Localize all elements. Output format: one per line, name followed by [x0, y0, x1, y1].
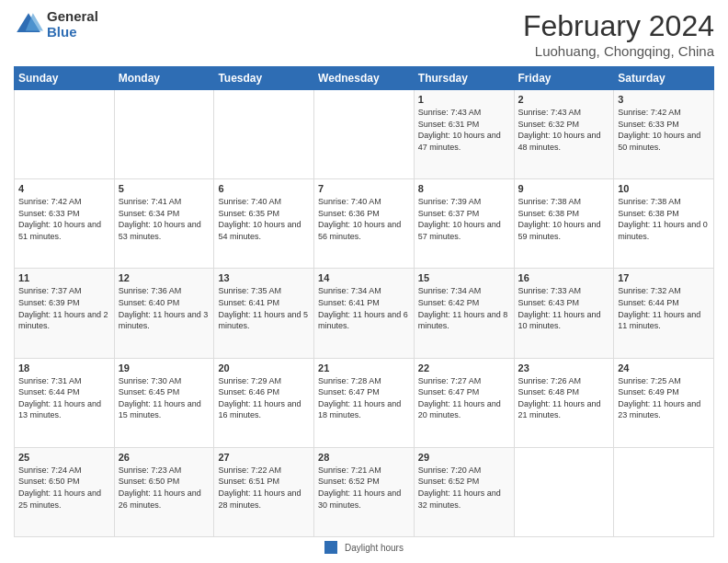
day-number: 23 — [518, 362, 610, 373]
daylight: Daylight: 10 hours and 54 minutes. — [218, 220, 301, 241]
sunrise: Sunrise: 7:28 AM — [318, 376, 381, 385]
footer: Daylight hours — [14, 541, 714, 554]
sunrise: Sunrise: 7:35 AM — [218, 286, 281, 295]
calendar-cell: 7 Sunrise: 7:40 AM Sunset: 6:36 PM Dayli… — [314, 179, 415, 269]
sunset: Sunset: 6:36 PM — [318, 209, 380, 218]
calendar-cell — [614, 447, 714, 536]
day-info: Sunrise: 7:22 AM Sunset: 6:51 PM Dayligh… — [218, 465, 310, 511]
day-number: 24 — [618, 362, 710, 373]
daylight: Daylight: 11 hours and 26 minutes. — [119, 488, 201, 510]
calendar-week-row: 25 Sunrise: 7:24 AM Sunset: 6:50 PM Dayl… — [15, 447, 714, 536]
sunrise: Sunrise: 7:39 AM — [418, 197, 482, 206]
calendar-cell: 28 Sunrise: 7:21 AM Sunset: 6:52 PM Dayl… — [314, 447, 415, 536]
day-info: Sunrise: 7:23 AM Sunset: 6:50 PM Dayligh… — [119, 465, 210, 511]
day-info: Sunrise: 7:43 AM Sunset: 6:31 PM Dayligh… — [418, 107, 510, 153]
day-number: 29 — [418, 452, 510, 463]
daylight: Daylight: 10 hours and 51 minutes. — [18, 220, 101, 241]
calendar-cell: 16 Sunrise: 7:33 AM Sunset: 6:43 PM Dayl… — [514, 269, 614, 358]
calendar-cell: 12 Sunrise: 7:36 AM Sunset: 6:40 PM Dayl… — [114, 269, 214, 358]
day-info: Sunrise: 7:27 AM Sunset: 6:47 PM Dayligh… — [418, 375, 510, 421]
sunrise: Sunrise: 7:38 AM — [518, 197, 582, 206]
daylight: Daylight: 10 hours and 59 minutes. — [518, 220, 601, 241]
calendar-cell: 4 Sunrise: 7:42 AM Sunset: 6:33 PM Dayli… — [15, 179, 115, 269]
sunset: Sunset: 6:51 PM — [218, 477, 279, 486]
day-info: Sunrise: 7:32 AM Sunset: 6:44 PM Dayligh… — [618, 285, 710, 331]
day-number: 27 — [218, 452, 310, 463]
calendar-cell: 29 Sunrise: 7:20 AM Sunset: 6:52 PM Dayl… — [414, 447, 514, 536]
sunrise: Sunrise: 7:42 AM — [618, 108, 681, 117]
calendar-cell — [214, 90, 314, 179]
day-number: 19 — [119, 362, 210, 373]
sunrise: Sunrise: 7:29 AM — [218, 376, 281, 385]
logo-general: General — [47, 9, 98, 25]
calendar-cell — [114, 90, 214, 179]
daylight: Daylight: 11 hours and 5 minutes. — [218, 310, 308, 331]
sunset: Sunset: 6:47 PM — [318, 387, 380, 396]
day-info: Sunrise: 7:33 AM Sunset: 6:43 PM Dayligh… — [518, 285, 610, 331]
calendar-cell — [514, 447, 614, 536]
sunrise: Sunrise: 7:32 AM — [618, 286, 681, 295]
calendar-cell: 26 Sunrise: 7:23 AM Sunset: 6:50 PM Dayl… — [114, 447, 214, 536]
calendar-cell: 27 Sunrise: 7:22 AM Sunset: 6:51 PM Dayl… — [214, 447, 314, 536]
sunrise: Sunrise: 7:41 AM — [119, 197, 182, 206]
logo-icon — [14, 10, 43, 40]
day-of-week-header: Tuesday — [214, 67, 314, 90]
daylight: Daylight: 11 hours and 0 minutes. — [618, 220, 708, 241]
day-number: 2 — [518, 94, 610, 105]
daylight: Daylight: 11 hours and 3 minutes. — [119, 310, 209, 331]
calendar-cell: 20 Sunrise: 7:29 AM Sunset: 6:46 PM Dayl… — [214, 358, 314, 447]
sunset: Sunset: 6:46 PM — [218, 387, 279, 396]
calendar-week-row: 4 Sunrise: 7:42 AM Sunset: 6:33 PM Dayli… — [15, 179, 714, 269]
sunrise: Sunrise: 7:27 AM — [418, 376, 482, 385]
sunset: Sunset: 6:37 PM — [418, 209, 480, 218]
day-of-week-header: Sunday — [15, 67, 115, 90]
day-info: Sunrise: 7:36 AM Sunset: 6:40 PM Dayligh… — [119, 285, 210, 331]
sunset: Sunset: 6:38 PM — [618, 209, 679, 218]
day-info: Sunrise: 7:30 AM Sunset: 6:45 PM Dayligh… — [119, 375, 210, 421]
day-number: 14 — [318, 272, 410, 283]
daylight: Daylight: 11 hours and 28 minutes. — [218, 488, 301, 510]
calendar-cell: 13 Sunrise: 7:35 AM Sunset: 6:41 PM Dayl… — [214, 269, 314, 358]
calendar-cell: 9 Sunrise: 7:38 AM Sunset: 6:38 PM Dayli… — [514, 179, 614, 269]
sunrise: Sunrise: 7:30 AM — [119, 376, 182, 385]
day-number: 22 — [418, 362, 510, 373]
calendar-cell: 1 Sunrise: 7:43 AM Sunset: 6:31 PM Dayli… — [414, 90, 514, 179]
sunrise: Sunrise: 7:40 AM — [218, 197, 281, 206]
sunset: Sunset: 6:33 PM — [18, 209, 80, 218]
sunset: Sunset: 6:38 PM — [518, 209, 580, 218]
sunrise: Sunrise: 7:42 AM — [18, 197, 82, 206]
day-info: Sunrise: 7:26 AM Sunset: 6:48 PM Dayligh… — [518, 375, 610, 421]
day-number: 4 — [18, 183, 110, 194]
sunset: Sunset: 6:50 PM — [18, 477, 80, 486]
logo-blue: Blue — [47, 25, 98, 40]
sunrise: Sunrise: 7:31 AM — [18, 376, 82, 385]
sunset: Sunset: 6:33 PM — [618, 120, 679, 129]
daylight: Daylight: 11 hours and 21 minutes. — [518, 399, 601, 420]
sunrise: Sunrise: 7:38 AM — [618, 197, 681, 206]
sunset: Sunset: 6:41 PM — [218, 298, 279, 307]
header: General Blue February 2024 Luohuang, Cho… — [14, 9, 714, 59]
calendar-cell — [314, 90, 415, 179]
day-number: 12 — [119, 272, 210, 283]
day-info: Sunrise: 7:42 AM Sunset: 6:33 PM Dayligh… — [18, 196, 110, 242]
day-info: Sunrise: 7:35 AM Sunset: 6:41 PM Dayligh… — [218, 285, 310, 331]
day-info: Sunrise: 7:28 AM Sunset: 6:47 PM Dayligh… — [318, 375, 410, 421]
day-number: 26 — [119, 452, 210, 463]
day-number: 8 — [418, 183, 510, 194]
day-number: 13 — [218, 272, 310, 283]
day-number: 15 — [418, 272, 510, 283]
sunrise: Sunrise: 7:22 AM — [218, 465, 281, 475]
sunset: Sunset: 6:47 PM — [418, 387, 480, 396]
daylight: Daylight: 10 hours and 56 minutes. — [318, 220, 401, 241]
calendar-cell: 10 Sunrise: 7:38 AM Sunset: 6:38 PM Dayl… — [614, 179, 714, 269]
day-number: 16 — [518, 272, 610, 283]
day-number: 18 — [18, 362, 110, 373]
day-info: Sunrise: 7:21 AM Sunset: 6:52 PM Dayligh… — [318, 465, 410, 511]
daylight: Daylight: 11 hours and 18 minutes. — [318, 399, 401, 420]
daylight: Daylight: 11 hours and 8 minutes. — [418, 310, 508, 331]
sunset: Sunset: 6:32 PM — [518, 120, 580, 129]
sunrise: Sunrise: 7:21 AM — [318, 465, 381, 475]
calendar-cell: 3 Sunrise: 7:42 AM Sunset: 6:33 PM Dayli… — [614, 90, 714, 179]
daylight: Daylight: 11 hours and 32 minutes. — [418, 488, 501, 510]
sunset: Sunset: 6:35 PM — [218, 209, 279, 218]
